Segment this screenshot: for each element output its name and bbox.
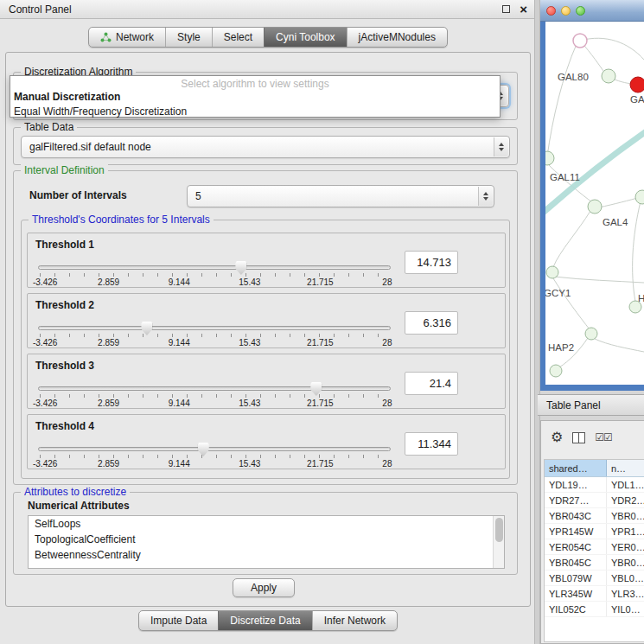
- slider-scale: -3.426 2.859 9.144 15.43 21.715 28: [38, 399, 391, 409]
- scale-label: 2.859: [98, 338, 119, 348]
- float-panel-icon[interactable]: [502, 5, 510, 13]
- table-row[interactable]: YBL079WYBL0…: [545, 571, 644, 586]
- number-of-intervals-label: Number of Intervals: [29, 189, 127, 201]
- slider-track: [38, 326, 391, 330]
- tab-infer-network[interactable]: Infer Network: [312, 611, 397, 630]
- apply-button[interactable]: Apply: [233, 578, 295, 597]
- cell-name[interactable]: YDL1…: [607, 477, 644, 492]
- cell-name[interactable]: YBR0…: [607, 508, 644, 523]
- cyni-toolbox-panel: Discretization Algorithm Select algorith…: [5, 52, 531, 607]
- tab-cyni-toolbox[interactable]: Cyni Toolbox: [264, 28, 346, 47]
- tab-style[interactable]: Style: [165, 28, 212, 47]
- node-gcy1[interactable]: [546, 266, 558, 278]
- column-header-name[interactable]: n…: [607, 460, 644, 476]
- table-row[interactable]: YDR27…YDR2…: [545, 493, 644, 508]
- cell-name[interactable]: YDR2…: [607, 493, 644, 507]
- top-tab-bar: Network Style Select Cyni Toolbox jActiv…: [0, 27, 536, 48]
- node-gal80[interactable]: [602, 69, 615, 83]
- table-row[interactable]: YDL19…YDL1…: [545, 477, 644, 493]
- list-item-betweennesscentrality[interactable]: BetweennessCentrality: [29, 547, 504, 563]
- select-all-icon[interactable]: ☑☑: [595, 431, 612, 443]
- tab-select-label: Select: [224, 31, 252, 43]
- threshold-2-slider[interactable]: -3.426 2.859 9.144 15.43 21.715 28: [38, 322, 391, 348]
- scale-label: 9.144: [169, 277, 190, 287]
- cell-shared-name[interactable]: YBR043C: [545, 508, 607, 523]
- thresholds-group: Threshold's Coordinates for 5 Intervals …: [21, 220, 510, 479]
- node-label-gal11: GAL11: [550, 172, 580, 182]
- cell-name[interactable]: YPR1…: [607, 524, 644, 539]
- cell-shared-name[interactable]: YDL19…: [545, 477, 607, 492]
- scale-label: 21.715: [307, 399, 334, 408]
- table-row[interactable]: YLR345WYLR3…: [545, 586, 644, 602]
- cell-name[interactable]: YIL0…: [607, 602, 644, 616]
- network-canvas[interactable]: GAL80 GA GAL11 GAL4 GCY1 HAP2 H: [545, 22, 644, 385]
- threshold-1-slider[interactable]: -3.426 2.859 9.144 15.43 21.715 28: [38, 261, 391, 287]
- tab-select[interactable]: Select: [212, 28, 264, 47]
- table-row[interactable]: YBR043CYBR0…: [545, 508, 644, 524]
- column-header-shared-name[interactable]: shared…: [545, 460, 607, 476]
- slider-scale: -3.426 2.859 9.144 15.43 21.715 28: [38, 338, 391, 348]
- cell-shared-name[interactable]: YPR145W: [545, 524, 607, 539]
- gear-icon[interactable]: ⚙: [551, 430, 563, 444]
- cell-shared-name[interactable]: YBR045C: [545, 555, 607, 570]
- network-icon: [100, 32, 112, 42]
- node-hap2[interactable]: [550, 365, 562, 377]
- number-of-intervals-combobox[interactable]: 5: [187, 185, 494, 207]
- list-item-topologicalcoefficient[interactable]: TopologicalCoefficient: [29, 532, 504, 547]
- close-icon[interactable]: ×: [520, 3, 527, 16]
- slider-track: [38, 447, 391, 451]
- node-gal4[interactable]: [588, 200, 602, 214]
- combo-stepper-icon: [478, 187, 493, 206]
- table-row[interactable]: YIL052CYIL0…: [545, 602, 644, 617]
- threshold-4-slider[interactable]: -3.426 2.859 9.144 15.43 21.715 28: [38, 443, 391, 469]
- threshold-3-slider[interactable]: -3.426 2.859 9.144 15.43 21.715 28: [38, 382, 391, 408]
- tab-jactivemodules[interactable]: jActiveMNodules: [347, 28, 447, 47]
- columns-icon[interactable]: [572, 432, 585, 443]
- panel-splitter[interactable]: [534, 0, 540, 644]
- cell-shared-name[interactable]: YIL052C: [545, 602, 607, 616]
- scale-label: 21.715: [307, 459, 334, 469]
- interval-definition-group: Interval Definition Number of Intervals …: [13, 170, 518, 485]
- node-label-gal4: GAL4: [603, 217, 628, 227]
- network-window-titlebar[interactable]: [540, 0, 644, 22]
- node[interactable]: [573, 34, 587, 48]
- minimize-traffic-light-icon[interactable]: [561, 6, 571, 16]
- cell-shared-name[interactable]: YDR27…: [545, 493, 607, 507]
- slider-track: [38, 386, 391, 391]
- list-scrollbar[interactable]: [493, 516, 504, 568]
- node[interactable]: [635, 190, 644, 204]
- cell-name[interactable]: YLR3…: [607, 586, 644, 601]
- cell-name[interactable]: YBL0…: [607, 571, 644, 585]
- slider-ticks: [40, 394, 389, 398]
- cell-shared-name[interactable]: YLR345W: [545, 586, 607, 601]
- table-row[interactable]: YPR145WYPR1…: [545, 524, 644, 539]
- table-row[interactable]: YER054CYER0…: [545, 539, 644, 555]
- zoom-traffic-light-icon[interactable]: [576, 6, 585, 16]
- bottom-tab-bar: Impute Data Discretize Data Infer Networ…: [0, 610, 536, 631]
- dropdown-option-manual-discretization[interactable]: Manual Discretization: [10, 90, 500, 105]
- threshold-1-value-field[interactable]: 14.713: [405, 251, 458, 274]
- tab-network[interactable]: Network: [89, 28, 165, 47]
- slider-scale: -3.426 2.859 9.144 15.43 21.715 28: [38, 277, 391, 288]
- threshold-2-value-field[interactable]: 6.316: [405, 311, 458, 335]
- attributes-group-title: Attributes to discretize: [21, 486, 130, 499]
- cell-shared-name[interactable]: YBL079W: [545, 571, 607, 585]
- table-data-combobox[interactable]: galFiltered.sif default node: [21, 136, 510, 158]
- node-gal11[interactable]: [545, 151, 554, 165]
- threshold-4-value-field[interactable]: 11.344: [405, 432, 458, 456]
- cell-name[interactable]: YBR0…: [607, 555, 644, 570]
- cell-name[interactable]: YER0…: [607, 539, 644, 554]
- threshold-3-value-field[interactable]: 21.4: [405, 372, 458, 395]
- scrollbar-thumb[interactable]: [495, 518, 503, 542]
- node[interactable]: [585, 328, 597, 340]
- selected-node[interactable]: [630, 77, 644, 92]
- table-row[interactable]: YBR045CYBR0…: [545, 555, 644, 571]
- tab-discretize-data[interactable]: Discretize Data: [218, 611, 311, 630]
- dropdown-option-equal-width-frequency[interactable]: Equal Width/Frequency Discretization: [10, 105, 500, 119]
- cell-shared-name[interactable]: YER054C: [545, 539, 607, 554]
- tab-impute-data[interactable]: Impute Data: [139, 611, 218, 630]
- list-item-selfloops[interactable]: SelfLoops: [29, 516, 504, 532]
- scale-label: 2.859: [98, 277, 119, 287]
- close-traffic-light-icon[interactable]: [546, 6, 556, 16]
- threshold-4-box: Threshold 4 -3.426 2.859 9.144 15.43 21.…: [27, 414, 506, 469]
